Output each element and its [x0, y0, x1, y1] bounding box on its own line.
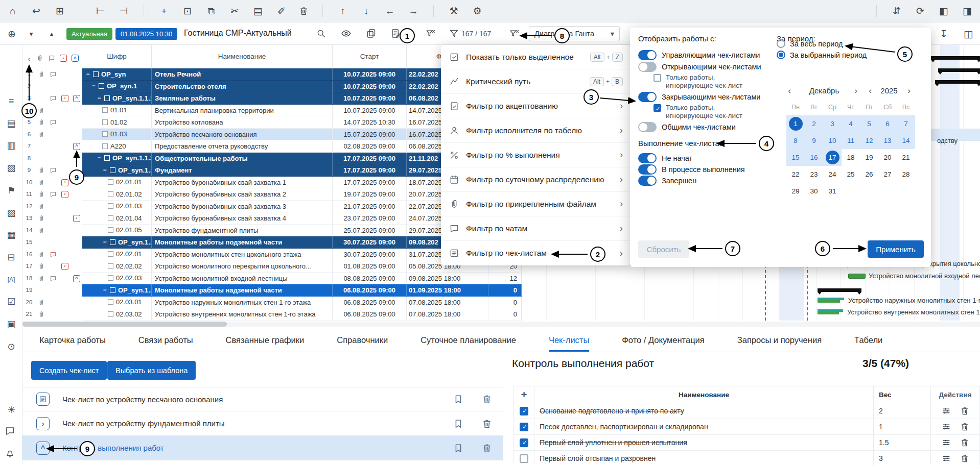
checklist-list-item[interactable]: Чек-лист по устройству песчаного основан…: [22, 387, 503, 411]
collapse-icon[interactable]: −: [102, 164, 107, 176]
filter-icon[interactable]: [449, 28, 459, 39]
right-marker-icon[interactable]: ›: [61, 191, 68, 198]
paste-icon[interactable]: ▤: [251, 5, 265, 18]
trash-icon[interactable]: [480, 393, 494, 406]
item-settings-icon[interactable]: [941, 422, 951, 432]
attachment-icon[interactable]: [38, 215, 45, 222]
row-number[interactable]: 15: [22, 236, 36, 249]
menu-item-filter-executor[interactable]: Фильтр исполнителя по табелю›: [441, 118, 630, 143]
row-checkbox[interactable]: [102, 107, 108, 113]
row-checkbox[interactable]: [108, 251, 113, 257]
row-checkbox[interactable]: [110, 287, 115, 293]
menu-item-critical-path[interactable]: Критический путьAlt+B: [441, 69, 630, 94]
row-number[interactable]: 1: [22, 68, 36, 81]
row-number[interactable]: 13: [22, 212, 36, 225]
row-number[interactable]: 16: [22, 249, 36, 261]
portfolio-icon[interactable]: ▦: [5, 228, 18, 241]
comment-icon[interactable]: [50, 275, 57, 282]
calendar-day[interactable]: 31: [823, 183, 842, 200]
tab-карточка-работы[interactable]: Карточка работы: [39, 329, 106, 352]
calendar-day[interactable]: 1: [786, 115, 805, 132]
delete-icon[interactable]: [298, 6, 309, 16]
calendar-icon[interactable]: ▣: [5, 317, 18, 331]
calendar-day[interactable]: 16: [805, 149, 823, 166]
right-marker-filter-icon[interactable]: ›: [60, 55, 67, 62]
hatch-icon[interactable]: ▨: [5, 206, 18, 219]
collapse-icon[interactable]: −: [97, 92, 102, 104]
attachment-icon[interactable]: [38, 167, 45, 174]
visibility-toggle-icon[interactable]: [341, 28, 352, 39]
item-checkbox[interactable]: [520, 438, 528, 447]
horizontal-scrollbar[interactable]: [22, 322, 980, 327]
row-checkbox[interactable]: [104, 95, 110, 101]
actual-bar[interactable]: [818, 300, 840, 303]
calendar-day[interactable]: 18: [842, 149, 860, 166]
row-number[interactable]: 21: [22, 308, 36, 321]
glossary-icon[interactable]: [A]: [5, 273, 18, 286]
comments-icon[interactable]: [5, 426, 15, 436]
row-checkbox[interactable]: [110, 239, 115, 245]
task-bar[interactable]: [848, 274, 866, 279]
calendar-day[interactable]: 11: [842, 132, 860, 149]
row-number[interactable]: 19: [22, 284, 36, 297]
panel-right-icon[interactable]: ◨: [961, 5, 974, 18]
calendar-day[interactable]: 8: [786, 132, 805, 149]
version-badge[interactable]: Актуальная: [66, 28, 112, 40]
column-header-2[interactable]: Наименование: [152, 45, 333, 68]
collapse-icon[interactable]: −: [91, 81, 96, 92]
right-marker-icon[interactable]: ›: [61, 263, 68, 270]
sub-checkbox[interactable]: [654, 104, 661, 112]
row-checkbox[interactable]: [108, 191, 113, 197]
resources-icon[interactable]: ▧: [5, 161, 18, 175]
radio-button[interactable]: [777, 39, 785, 48]
tab-справочники[interactable]: Справочники: [337, 329, 388, 352]
home-icon[interactable]: ⌂: [6, 5, 19, 18]
tab-табели[interactable]: Табели: [854, 329, 882, 352]
left-marker-icon[interactable]: ‹: [73, 215, 80, 222]
row-number[interactable]: 3: [22, 92, 36, 105]
menu-item-filter-percent[interactable]: Фильтр по % выполнения›: [441, 143, 630, 167]
sub-checkbox-row[interactable]: Только работы,игнорирующие чек-лист: [654, 104, 742, 120]
row-number[interactable]: 18: [22, 273, 36, 285]
checklist-list-item[interactable]: ›Чек-лист по устройству фундаментной пли…: [22, 411, 503, 436]
row-checkbox[interactable]: [108, 215, 113, 221]
attachment-icon[interactable]: [38, 107, 45, 114]
item-delete-icon[interactable]: [960, 437, 970, 448]
row-checkbox[interactable]: [110, 167, 115, 173]
chevron-right-icon[interactable]: ›: [36, 417, 50, 430]
summary-bar[interactable]: [818, 288, 861, 292]
calendar-day[interactable]: 2: [805, 115, 823, 132]
cut-icon[interactable]: ✂: [228, 5, 241, 18]
sub-checkbox-row[interactable]: Только работы,игнорирующие чек-лист: [654, 74, 742, 90]
attachment-icon[interactable]: [38, 119, 45, 126]
notifications-icon[interactable]: [5, 448, 15, 458]
up-marker-icon[interactable]: ^: [73, 275, 80, 282]
row-checkbox[interactable]: [93, 71, 99, 77]
calendar-month[interactable]: Декабрь: [801, 86, 848, 95]
sub-checkbox[interactable]: [654, 74, 661, 82]
radio-button[interactable]: [777, 51, 785, 59]
item-delete-icon[interactable]: [960, 406, 970, 416]
calendar-day[interactable]: 3: [823, 115, 842, 132]
row-number[interactable]: 8: [22, 153, 36, 165]
attachment-icon[interactable]: [38, 275, 45, 282]
item-settings-icon[interactable]: [941, 437, 951, 448]
create-checklist-button[interactable]: Создать чек-лист: [31, 361, 107, 380]
item-settings-icon[interactable]: [941, 406, 951, 416]
actual-bar[interactable]: [818, 312, 839, 314]
tools-icon[interactable]: ⚒: [447, 5, 460, 18]
tab-чек-листы[interactable]: Чек-листы: [549, 329, 589, 352]
duplicate-icon[interactable]: ⊡: [181, 5, 194, 18]
arrow-left-icon[interactable]: ←: [383, 5, 396, 18]
calendar-day[interactable]: 6: [878, 115, 897, 132]
row-checkbox[interactable]: [102, 143, 108, 149]
next-year-icon[interactable]: ›: [903, 85, 915, 97]
bookmark-icon[interactable]: [452, 393, 465, 406]
up-marker-icon[interactable]: ^: [73, 95, 80, 102]
row-number[interactable]: 17: [22, 260, 36, 273]
undo-icon[interactable]: ↩: [30, 5, 43, 18]
filter-reset-icon[interactable]: [509, 28, 520, 39]
milestones-icon[interactable]: ⚑: [5, 184, 18, 197]
table-row[interactable]: −OP_syn.1...Монолитные работы надземной …: [82, 284, 522, 297]
next-month-icon[interactable]: ›: [850, 85, 862, 97]
